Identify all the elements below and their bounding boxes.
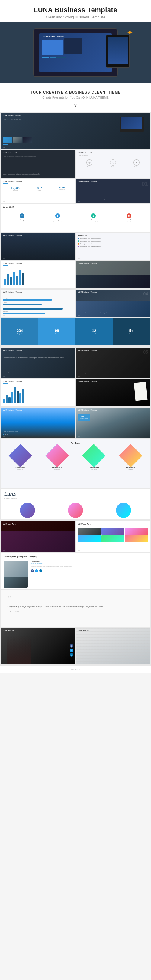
wwd-list-item-3: Lorem ipsum dolor sit amet consectetur — [78, 243, 148, 245]
wwd-desc-4: Lorem ipsum dolor sit — [125, 221, 134, 223]
laptop-shape: LUNA Business Template — [33, 29, 118, 77]
screen-bar-1 — [42, 57, 49, 58]
overlay-title-12b: LUNA — [80, 415, 88, 417]
hbar-fill-1 — [3, 299, 52, 301]
page-wrapper: LUNA Business Template Clean and Strong … — [0, 0, 151, 673]
wwd-icon-1: ● — [20, 213, 24, 218]
watermark-12b: luna — [78, 436, 80, 437]
overlay-5a — [1, 233, 75, 260]
tw-btn: t — [70, 649, 73, 652]
header-section: LUNA Business Template Clean and Strong … — [0, 0, 151, 22]
notebook-photo — [76, 379, 150, 406]
stat-num-2: 857 — [37, 186, 42, 190]
bar-6a-4 — [13, 272, 15, 285]
diamond-1 — [8, 444, 32, 468]
slide-7a: LUNA Business - Template Strategy Design… — [1, 290, 75, 317]
watermark-6b: luna — [78, 286, 80, 288]
color-blocks-row: 234 Projects 98 Clients 12 Awards — [1, 318, 150, 345]
slide-label-12a: LUNA Business - Template — [3, 409, 22, 411]
diamonds-container: Our Team Cassiopeia Designer — [1, 439, 150, 473]
bar-6a-5 — [16, 276, 18, 285]
social-buttons-tattoo: f t in — [70, 644, 73, 657]
slide-label-6a: LUNA Business - Template — [3, 263, 22, 264]
blue-line-6a — [3, 266, 8, 266]
color-block-darkest-content: 5+ Years — [129, 329, 134, 335]
slide-3b: LUNA Business - Template 01 Lorem ipsum … — [76, 179, 150, 203]
tile-2 — [13, 137, 22, 143]
wwd-list-item-2: Lorem ipsum dolor sit amet consectetur — [78, 240, 148, 242]
screen-bar-3 — [57, 57, 66, 58]
hbar-fill-3 — [3, 308, 63, 310]
fb-btn: f — [70, 644, 73, 648]
list-dot-3 — [78, 243, 79, 245]
list-text-1: Lorem ipsum dolor sit amet consectetur — [80, 238, 101, 239]
mockup-inside — [120, 116, 144, 132]
slide-label-12b: LUNA Business - Template — [78, 409, 97, 411]
overlay-text-12b: Business Template — [80, 418, 88, 419]
slide-1: LUNA Business Template Clean and Strong … — [1, 113, 150, 149]
slide-text-2a: Lorem ipsum dolor sit amet consectetur a… — [3, 156, 73, 158]
watermark-12a: luna — [3, 436, 5, 437]
dots-row-12a — [3, 434, 73, 435]
diamond-inner-4 — [119, 444, 142, 467]
wwd-desc-1: Lorem ipsum dolor sit — [18, 221, 27, 223]
circle-label-1: Creative — [87, 166, 93, 168]
bar-11a-4 — [11, 392, 13, 403]
slide-label-team-grid: LUNA Team Work — [78, 523, 91, 525]
section-number: 01 — [142, 180, 148, 187]
color-block-blue: 234 Projects — [1, 318, 38, 345]
stat-num-3: 15 Yrs — [59, 186, 65, 189]
slide-5b: What We Do Lorem ipsum dolor sit amet co… — [76, 233, 150, 260]
diamond-role-1: Designer — [12, 468, 29, 470]
color-block-med-content: 98 Clients — [55, 329, 59, 335]
watermark-dark-team: luna — [3, 549, 5, 551]
slide-team-grid: LUNA Team Work luna — [76, 522, 150, 552]
li-dot: in — [39, 569, 42, 572]
dark-person-photo — [1, 522, 75, 552]
slides-grid: LUNA Business Template Clean and Strong … — [0, 112, 151, 665]
person-silhouette — [1, 531, 75, 552]
tg-photo-6 — [125, 535, 148, 542]
blue-line-team-grid — [78, 526, 82, 526]
diamond-role-4: Analyst — [122, 468, 139, 470]
slide-label-5a: LUNA Business - Template — [3, 234, 22, 236]
color-block-dark: 12 Awards — [76, 318, 113, 345]
hero-mockup: LUNA Business Template ✦ — [0, 22, 151, 83]
color-label-1: Projects — [17, 333, 23, 335]
slide-12a: LUNA Business - Template Lorem ipsum dol… — [1, 408, 75, 438]
wwd-item-3: ▲ Develop Lorem ipsum dolor sit — [89, 213, 98, 223]
bottom-tiles — [3, 137, 32, 143]
circle-label-2: Design — [110, 166, 116, 168]
watermark-3a: luna — [3, 200, 5, 202]
watermark-tattoo: luna — [3, 662, 5, 663]
quote-author-10a: — Lorem Ipsum — [3, 372, 73, 374]
profile-info-col: Cassiopeia Graphic Designer Lorem ipsum … — [31, 560, 147, 572]
footer-section: gfxtra.com — [0, 665, 151, 673]
photo-overlay — [76, 261, 150, 288]
wwd-item-1: ● Strategy Lorem ipsum dolor sit — [18, 213, 27, 223]
slide-label-11b: LUNA Business - Template — [78, 381, 97, 383]
wwd-label-4: Launch — [125, 219, 134, 221]
diamond-item-2: Andromeda Developer — [49, 447, 66, 470]
stat-2: 857 Clients — [37, 186, 42, 191]
watermark-3b: luna — [78, 200, 80, 202]
slide-text-7b: Lorem ipsum dolor sit amet consectetur a… — [78, 312, 148, 314]
wwd-icon-4: ■ — [127, 213, 131, 218]
bar-6a-3 — [9, 277, 12, 285]
bar-chart-11a — [3, 387, 73, 403]
team-member-1: John Doe Designer — [4, 503, 50, 519]
stat-label-1: Projects — [11, 190, 20, 191]
dot-12a-2 — [5, 434, 6, 435]
wwd-item-2: ◆ Design Lorem ipsum dolor sit — [53, 213, 62, 223]
quote-full-content: " Always carry a large flagon of whisky … — [1, 590, 150, 617]
slide-10a: LUNA Business - Template " Lorem ipsum d… — [1, 348, 75, 378]
bar-6a-2 — [7, 274, 9, 285]
slide-6b: LUNA Business - Template luna — [76, 261, 150, 288]
wwd-list: Lorem ipsum dolor sit amet consectetur L… — [78, 238, 148, 247]
screen-image-2 — [64, 38, 82, 54]
hbar-label-2: Design — [3, 302, 73, 303]
blue-line-3b — [78, 184, 82, 184]
hbar-fill-4 — [3, 313, 45, 314]
slide-text-3b: Lorem ipsum dolor sit amet consectetur a… — [78, 198, 148, 200]
slide-bg-10a — [1, 348, 75, 378]
